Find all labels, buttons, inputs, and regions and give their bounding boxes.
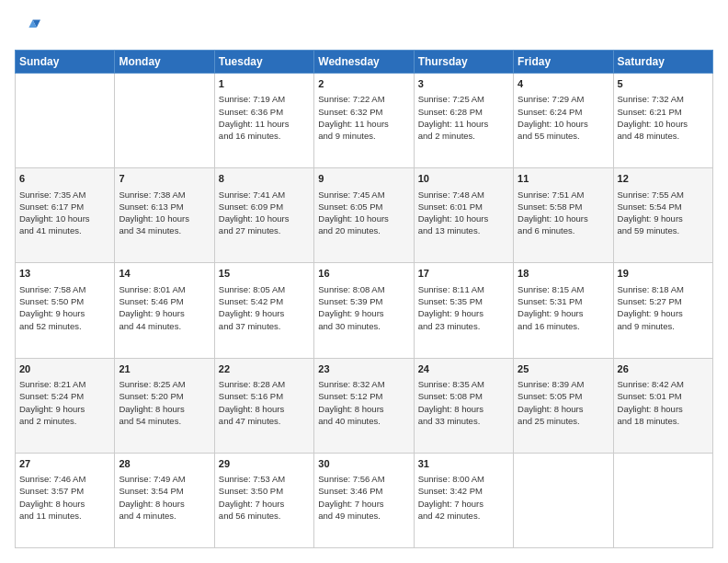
calendar-cell: 10Sunrise: 7:48 AMSunset: 6:01 PMDayligh… bbox=[414, 168, 513, 263]
logo-icon bbox=[15, 15, 40, 40]
weekday-header-row: SundayMondayTuesdayWednesdayThursdayFrid… bbox=[16, 51, 713, 74]
day-number: 12 bbox=[618, 172, 709, 186]
calendar-cell: 30Sunrise: 7:56 AMSunset: 3:46 PMDayligh… bbox=[314, 453, 414, 547]
calendar-cell: 5Sunrise: 7:32 AMSunset: 6:21 PMDaylight… bbox=[613, 74, 712, 168]
cell-content: 17Sunrise: 8:11 AMSunset: 5:35 PMDayligh… bbox=[418, 267, 509, 332]
day-number: 20 bbox=[19, 362, 110, 376]
cell-content: 8Sunrise: 7:41 AMSunset: 6:09 PMDaylight… bbox=[219, 172, 310, 237]
cell-content: 9Sunrise: 7:45 AMSunset: 6:05 PMDaylight… bbox=[318, 172, 409, 237]
day-number: 1 bbox=[219, 77, 310, 91]
calendar-cell: 1Sunrise: 7:19 AMSunset: 6:36 PMDaylight… bbox=[214, 74, 313, 168]
cell-content: 2Sunrise: 7:22 AMSunset: 6:32 PMDaylight… bbox=[318, 77, 409, 143]
day-number: 6 bbox=[19, 172, 110, 186]
day-number: 28 bbox=[119, 457, 210, 471]
day-number: 30 bbox=[318, 457, 409, 471]
calendar-cell: 22Sunrise: 8:28 AMSunset: 5:16 PMDayligh… bbox=[214, 358, 313, 453]
day-number: 15 bbox=[219, 267, 310, 281]
calendar-week-row: 13Sunrise: 7:58 AMSunset: 5:50 PMDayligh… bbox=[16, 263, 713, 358]
calendar-cell: 21Sunrise: 8:25 AMSunset: 5:20 PMDayligh… bbox=[115, 358, 214, 453]
weekday-header-cell: Wednesday bbox=[314, 51, 414, 74]
calendar-cell: 29Sunrise: 7:53 AMSunset: 3:50 PMDayligh… bbox=[214, 453, 313, 547]
calendar-week-row: 1Sunrise: 7:19 AMSunset: 6:36 PMDaylight… bbox=[16, 74, 713, 168]
calendar-cell: 20Sunrise: 8:21 AMSunset: 5:24 PMDayligh… bbox=[16, 358, 115, 453]
cell-content: 28Sunrise: 7:49 AMSunset: 3:54 PMDayligh… bbox=[119, 457, 210, 523]
cell-content: 25Sunrise: 8:39 AMSunset: 5:05 PMDayligh… bbox=[518, 362, 609, 428]
day-number: 9 bbox=[318, 172, 409, 186]
cell-content: 7Sunrise: 7:38 AMSunset: 6:13 PMDaylight… bbox=[119, 172, 210, 237]
cell-content: 18Sunrise: 8:15 AMSunset: 5:31 PMDayligh… bbox=[518, 267, 609, 332]
calendar-cell: 4Sunrise: 7:29 AMSunset: 6:24 PMDaylight… bbox=[514, 74, 613, 168]
cell-content: 30Sunrise: 7:56 AMSunset: 3:46 PMDayligh… bbox=[318, 457, 409, 523]
cell-content: 4Sunrise: 7:29 AMSunset: 6:24 PMDaylight… bbox=[518, 77, 609, 143]
day-number: 18 bbox=[518, 267, 609, 281]
cell-content: 27Sunrise: 7:46 AMSunset: 3:57 PMDayligh… bbox=[19, 457, 110, 523]
calendar-cell: 12Sunrise: 7:55 AMSunset: 5:54 PMDayligh… bbox=[613, 168, 712, 263]
calendar-table: SundayMondayTuesdayWednesdayThursdayFrid… bbox=[15, 50, 713, 548]
weekday-header-cell: Friday bbox=[514, 51, 613, 74]
day-number: 22 bbox=[219, 362, 310, 376]
cell-content: 3Sunrise: 7:25 AMSunset: 6:28 PMDaylight… bbox=[418, 77, 509, 143]
day-number: 13 bbox=[19, 267, 110, 281]
day-number: 26 bbox=[618, 362, 709, 376]
calendar-cell bbox=[16, 74, 115, 168]
cell-content: 24Sunrise: 8:35 AMSunset: 5:08 PMDayligh… bbox=[418, 362, 509, 428]
cell-content: 21Sunrise: 8:25 AMSunset: 5:20 PMDayligh… bbox=[119, 362, 210, 428]
calendar-cell: 25Sunrise: 8:39 AMSunset: 5:05 PMDayligh… bbox=[514, 358, 613, 453]
calendar-cell: 7Sunrise: 7:38 AMSunset: 6:13 PMDaylight… bbox=[115, 168, 214, 263]
calendar-cell: 31Sunrise: 8:00 AMSunset: 3:42 PMDayligh… bbox=[414, 453, 513, 547]
day-number: 10 bbox=[418, 172, 509, 186]
calendar-cell: 19Sunrise: 8:18 AMSunset: 5:27 PMDayligh… bbox=[613, 263, 712, 358]
day-number: 7 bbox=[119, 172, 210, 186]
day-number: 24 bbox=[418, 362, 509, 376]
day-number: 29 bbox=[219, 457, 310, 471]
cell-content: 16Sunrise: 8:08 AMSunset: 5:39 PMDayligh… bbox=[318, 267, 409, 332]
calendar-cell: 9Sunrise: 7:45 AMSunset: 6:05 PMDaylight… bbox=[314, 168, 414, 263]
calendar-week-row: 20Sunrise: 8:21 AMSunset: 5:24 PMDayligh… bbox=[16, 358, 713, 453]
calendar-cell: 11Sunrise: 7:51 AMSunset: 5:58 PMDayligh… bbox=[514, 168, 613, 263]
day-number: 23 bbox=[318, 362, 409, 376]
calendar-cell: 8Sunrise: 7:41 AMSunset: 6:09 PMDaylight… bbox=[214, 168, 313, 263]
page: SundayMondayTuesdayWednesdayThursdayFrid… bbox=[0, 0, 728, 563]
calendar-cell: 27Sunrise: 7:46 AMSunset: 3:57 PMDayligh… bbox=[16, 453, 115, 547]
calendar-cell: 6Sunrise: 7:35 AMSunset: 6:17 PMDaylight… bbox=[16, 168, 115, 263]
day-number: 17 bbox=[418, 267, 509, 281]
day-number: 4 bbox=[518, 77, 609, 91]
header bbox=[15, 15, 713, 40]
calendar-cell: 17Sunrise: 8:11 AMSunset: 5:35 PMDayligh… bbox=[414, 263, 513, 358]
day-number: 5 bbox=[618, 77, 709, 91]
day-number: 16 bbox=[318, 267, 409, 281]
cell-content: 19Sunrise: 8:18 AMSunset: 5:27 PMDayligh… bbox=[618, 267, 709, 332]
calendar-cell bbox=[613, 453, 712, 547]
day-number: 19 bbox=[618, 267, 709, 281]
weekday-header-cell: Saturday bbox=[613, 51, 712, 74]
cell-content: 11Sunrise: 7:51 AMSunset: 5:58 PMDayligh… bbox=[518, 172, 609, 237]
calendar-cell bbox=[115, 74, 214, 168]
day-number: 21 bbox=[119, 362, 210, 376]
logo bbox=[15, 15, 44, 40]
calendar-cell: 2Sunrise: 7:22 AMSunset: 6:32 PMDaylight… bbox=[314, 74, 414, 168]
calendar-cell: 14Sunrise: 8:01 AMSunset: 5:46 PMDayligh… bbox=[115, 263, 214, 358]
calendar-cell: 15Sunrise: 8:05 AMSunset: 5:42 PMDayligh… bbox=[214, 263, 313, 358]
day-number: 3 bbox=[418, 77, 509, 91]
weekday-header-cell: Sunday bbox=[16, 51, 115, 74]
cell-content: 6Sunrise: 7:35 AMSunset: 6:17 PMDaylight… bbox=[19, 172, 110, 237]
cell-content: 26Sunrise: 8:42 AMSunset: 5:01 PMDayligh… bbox=[618, 362, 709, 428]
cell-content: 13Sunrise: 7:58 AMSunset: 5:50 PMDayligh… bbox=[19, 267, 110, 332]
cell-content: 22Sunrise: 8:28 AMSunset: 5:16 PMDayligh… bbox=[219, 362, 310, 428]
cell-content: 20Sunrise: 8:21 AMSunset: 5:24 PMDayligh… bbox=[19, 362, 110, 428]
day-number: 11 bbox=[518, 172, 609, 186]
calendar-cell: 3Sunrise: 7:25 AMSunset: 6:28 PMDaylight… bbox=[414, 74, 513, 168]
cell-content: 5Sunrise: 7:32 AMSunset: 6:21 PMDaylight… bbox=[618, 77, 709, 143]
cell-content: 1Sunrise: 7:19 AMSunset: 6:36 PMDaylight… bbox=[219, 77, 310, 143]
weekday-header-cell: Thursday bbox=[414, 51, 513, 74]
calendar-week-row: 6Sunrise: 7:35 AMSunset: 6:17 PMDaylight… bbox=[16, 168, 713, 263]
calendar-body: 1Sunrise: 7:19 AMSunset: 6:36 PMDaylight… bbox=[16, 74, 713, 548]
cell-content: 12Sunrise: 7:55 AMSunset: 5:54 PMDayligh… bbox=[618, 172, 709, 237]
day-number: 14 bbox=[119, 267, 210, 281]
calendar-cell: 26Sunrise: 8:42 AMSunset: 5:01 PMDayligh… bbox=[613, 358, 712, 453]
weekday-header-cell: Monday bbox=[115, 51, 214, 74]
cell-content: 23Sunrise: 8:32 AMSunset: 5:12 PMDayligh… bbox=[318, 362, 409, 428]
cell-content: 29Sunrise: 7:53 AMSunset: 3:50 PMDayligh… bbox=[219, 457, 310, 523]
day-number: 31 bbox=[418, 457, 509, 471]
cell-content: 14Sunrise: 8:01 AMSunset: 5:46 PMDayligh… bbox=[119, 267, 210, 332]
